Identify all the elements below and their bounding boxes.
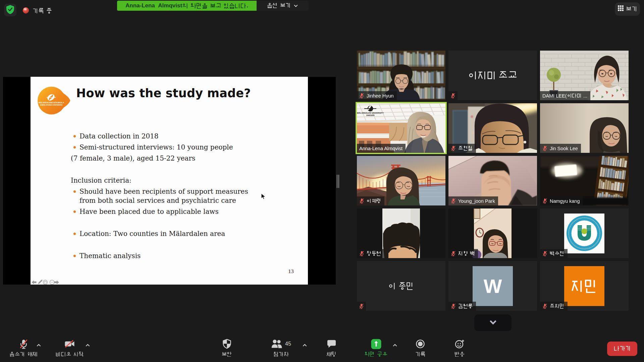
presentation-slide: MÄLARDALENS HÖGSKOLA ESKILSTUNA VÄSTERÅS… <box>31 77 308 285</box>
muted-mic-icon <box>450 93 455 99</box>
video-tile-lee-jimi-assistant[interactable] <box>448 51 537 100</box>
security-button[interactable] <box>206 338 248 357</box>
video-tile-kim-wonryong[interactable]: W <box>448 261 537 311</box>
chevron-down-icon <box>293 3 298 9</box>
video-tile-jinhee-hyun[interactable]: Jinhee Hyun <box>357 51 445 100</box>
muted-mic-icon <box>359 303 364 309</box>
participants-button-caret[interactable] <box>302 342 307 348</box>
participant-name-label <box>357 249 384 258</box>
bullet-dot <box>73 210 76 213</box>
video-tile-jihyang-baek[interactable] <box>448 208 537 258</box>
video-tile-lee-jongmin[interactable] <box>357 261 445 311</box>
shield-check-icon <box>6 5 15 16</box>
video-tile-namgyu-kang[interactable]: Namgyu kang <box>540 156 629 205</box>
svg-text:ESKILSTUNA VÄSTERÅS: ESKILSTUNA VÄSTERÅS <box>40 104 63 106</box>
bullet-dot <box>73 233 76 235</box>
slide-bullet-item: Thematic analysis <box>71 251 279 260</box>
slide-bullet-list: Data collection in 2018Semi-structured i… <box>71 132 279 260</box>
svg-text:MÄLARDALENS HÖGSKOLA: MÄLARDALENS HÖGSKOLA <box>39 102 64 104</box>
chat-button-label <box>326 351 337 357</box>
record-button[interactable] <box>399 338 441 357</box>
muted-mic-icon <box>359 198 364 204</box>
participant-name-label: Namgyu kang <box>540 196 583 205</box>
chevron-down-icon <box>489 320 497 326</box>
svg-text:1967: 1967 <box>582 237 587 240</box>
participant-name-label: DAMI LEE( ... <box>540 91 590 100</box>
muted-mic-icon <box>542 145 547 151</box>
video-tile-jo-jimin[interactable] <box>540 261 629 311</box>
slide-line-text: Should have been recipients of support m… <box>71 187 279 196</box>
resize-handle-bar <box>338 175 339 188</box>
malardalen-hogskola-logo: MÄLARDALENS HÖGSKOLA ESKILSTUNA VÄSTERÅS <box>31 77 74 117</box>
view-button-label <box>626 6 637 12</box>
slide-bullet-item: Semi-structured interviews: 10 young peo… <box>71 143 279 152</box>
participant-name <box>458 304 473 309</box>
reactions-button[interactable] <box>439 338 480 357</box>
share-screen-button-caret[interactable] <box>392 342 397 348</box>
recording-indicator <box>22 7 52 15</box>
slide-bullet-item: Should have been recipients of support m… <box>71 187 279 196</box>
participant-name: Anna-Lena Almqvist <box>359 146 402 151</box>
start-video-button[interactable] <box>49 338 91 357</box>
participants-button[interactable]: 45 <box>260 338 302 357</box>
bullet-dot <box>73 146 76 148</box>
participant-name: Jin Sook Lee <box>550 146 578 151</box>
avatar-initial: W <box>473 266 513 306</box>
participant-name-label: Jinhee Hyun <box>357 91 397 100</box>
video-tile-jang-dongwon[interactable] <box>357 208 445 258</box>
slide-line-text: Thematic analysis <box>71 251 279 260</box>
zoom-meeting-window: Anna-Lena Almqvist . MÄLARDALENS HÖGSKOL… <box>0 0 644 362</box>
participant-name <box>458 146 473 151</box>
video-tile-dami-lee[interactable]: DAMI LEE( ... <box>540 51 629 100</box>
share-screen-button-label <box>365 351 387 357</box>
grid-view-icon <box>618 5 624 13</box>
slide-text-line: (7 female, 3 male), aged 15-22 years <box>71 154 279 163</box>
unmute-button-caret[interactable] <box>36 342 41 348</box>
video-tile-young-joon-park[interactable]: Young_joon Park <box>448 156 537 205</box>
participant-name-label: Young_joon Park <box>448 196 498 205</box>
muted-mic-icon <box>542 303 547 309</box>
share-screen-button[interactable] <box>355 338 397 357</box>
slide-title: How was the study made? <box>76 86 251 100</box>
video-tile-lee-hyeryeong[interactable] <box>357 156 445 205</box>
banner-text: Anna-Lena Almqvist . <box>117 1 257 11</box>
muted-mic-icon <box>451 198 456 204</box>
security-shield-button[interactable] <box>4 4 16 16</box>
bullet-dot <box>73 135 76 137</box>
participant-name-label <box>357 196 384 205</box>
muted-mic-icon <box>542 251 547 256</box>
panel-resize-handle[interactable] <box>337 175 340 188</box>
bullet-dot <box>73 190 76 193</box>
participant-name: DAMI LEE( ... <box>542 93 587 99</box>
participant-name-label <box>540 302 568 311</box>
muted-mic-icon <box>451 145 456 151</box>
participant-name-label <box>540 249 568 258</box>
chat-button[interactable] <box>311 338 352 357</box>
slideshow-toolbar[interactable] <box>32 280 59 285</box>
slide-page-number: 13 <box>288 268 294 275</box>
muted-mic-icon <box>359 93 364 99</box>
video-tile-anna-lena-almqvist[interactable]: MÄLARDALEN UNIVERSITY SWEDEN Anna-Lena A… <box>357 103 445 153</box>
start-video-button-label <box>56 351 84 357</box>
collapse-gallery-button[interactable] <box>474 314 512 331</box>
mouse-cursor <box>261 193 266 201</box>
banner-options-button[interactable] <box>257 1 309 11</box>
participant-name-label: Jin Sook Lee <box>540 144 581 153</box>
slide-line-text: Inclusion criteria: <box>71 176 279 185</box>
muted-mic-icon <box>451 303 456 309</box>
recording-label <box>33 8 52 14</box>
participant-name: Namgyu kang <box>550 198 580 204</box>
slide-text-line: Inclusion criteria: <box>71 176 279 185</box>
participant-name: Jinhee Hyun <box>367 93 394 99</box>
video-tile-park-suhyun[interactable]: 1967 <box>540 208 629 258</box>
avatar-initial <box>564 266 604 306</box>
slide-line-text: Semi-structured interviews: 10 young peo… <box>71 143 279 152</box>
view-button[interactable] <box>615 2 640 16</box>
slide-bullet-item: Location: Two counties in Mälardalen are… <box>71 229 279 238</box>
svg-text:SWEDEN: SWEDEN <box>366 114 375 116</box>
start-video-button-caret[interactable] <box>85 342 90 348</box>
slide-text-line: from both social services and psychiatri… <box>71 196 279 205</box>
video-tile-jin-sook-lee[interactable]: Jin Sook Lee <box>540 103 629 153</box>
video-tile-cho-hyeoncheol[interactable] <box>448 103 537 153</box>
leave-button[interactable] <box>607 342 637 356</box>
